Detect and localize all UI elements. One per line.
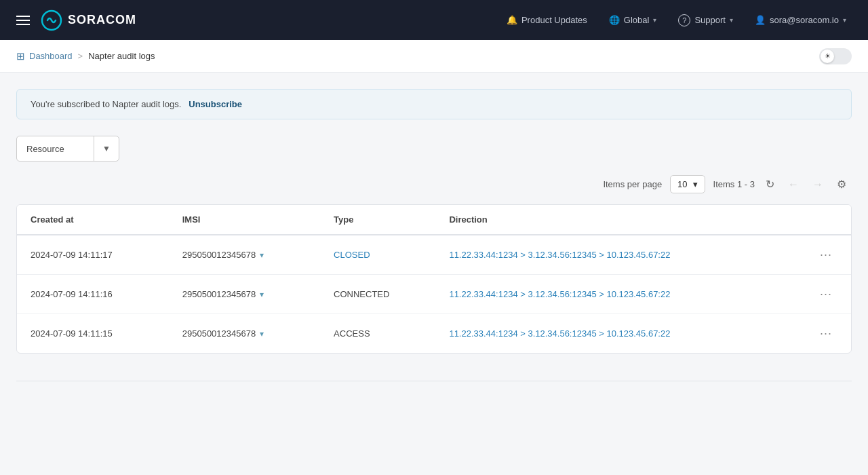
cell-direction: 11.22.33.44:1234 > 3.12.34.56:12345 > 10… xyxy=(435,235,781,275)
user-icon: 👤 xyxy=(755,15,766,25)
footer-divider xyxy=(16,381,852,381)
cell-imsi: 295050012345678 ▾ xyxy=(169,314,320,354)
cell-created-at: 2024-07-09 14:11:16 xyxy=(17,275,169,314)
user-email-label: sora@soracom.io xyxy=(770,15,839,25)
sun-icon: ☀ xyxy=(825,52,831,60)
resource-dropdown[interactable]: Resource ▼ xyxy=(16,136,119,162)
column-header-actions xyxy=(781,205,851,235)
app-header: SORACOM 🔔 Product Updates 🌐 Global ▾ ? S… xyxy=(0,0,868,40)
cell-imsi: 295050012345678 ▾ xyxy=(169,235,320,275)
breadcrumb-home-link[interactable]: ⊞ Dashboard xyxy=(16,50,73,62)
audit-log-table-container: Created at IMSI Type Direction xyxy=(16,204,852,354)
hamburger-menu-button[interactable] xyxy=(14,13,33,28)
theme-toggle-button[interactable]: ☀ xyxy=(819,48,852,64)
cell-created-at: 2024-07-09 14:11:15 xyxy=(17,314,169,354)
logo[interactable]: SORACOM xyxy=(41,10,136,31)
breadcrumb-current-page: Napter audit logs xyxy=(88,51,155,61)
imsi-filter-icon[interactable]: ▾ xyxy=(260,290,264,299)
column-header-created-at: Created at xyxy=(17,205,169,235)
product-updates-label: Product Updates xyxy=(521,15,587,25)
cell-actions: ··· xyxy=(781,314,851,354)
theme-toggle-knob: ☀ xyxy=(821,50,834,63)
cell-type: CLOSED xyxy=(320,235,435,275)
per-page-value: 10 xyxy=(677,179,687,189)
imsi-filter-icon[interactable]: ▾ xyxy=(260,329,264,339)
next-page-button[interactable]: → xyxy=(810,176,826,193)
bell-icon: 🔔 xyxy=(507,15,517,25)
breadcrumb-separator: > xyxy=(78,51,83,61)
cell-type: ACCESS xyxy=(320,314,435,354)
breadcrumb-bar: ⊞ Dashboard > Napter audit logs ☀ xyxy=(0,40,868,73)
column-header-imsi: IMSI xyxy=(169,205,320,235)
imsi-filter-icon[interactable]: ▾ xyxy=(260,250,264,260)
globe-icon: 🌐 xyxy=(609,15,620,25)
imsi-value: 295050012345678 xyxy=(182,289,256,299)
main-content: You're subscribed to Napter audit logs. … xyxy=(0,73,868,398)
support-chevron-icon: ▾ xyxy=(730,16,733,24)
cell-created-at: 2024-07-09 14:11:17 xyxy=(17,235,169,275)
global-nav-item[interactable]: 🌐 Global ▾ xyxy=(601,11,665,29)
per-page-select[interactable]: 10 ▾ xyxy=(670,175,705,193)
table-header: Created at IMSI Type Direction xyxy=(17,205,851,235)
table-header-row: Created at IMSI Type Direction xyxy=(17,205,851,235)
resource-dropdown-chevron-icon[interactable]: ▼ xyxy=(94,136,119,161)
imsi-value: 295050012345678 xyxy=(182,250,256,260)
filter-row: Resource ▼ xyxy=(16,136,852,162)
support-icon: ? xyxy=(678,14,690,26)
prev-page-button[interactable]: ← xyxy=(785,176,802,193)
subscription-message: You're subscribed to Napter audit logs. xyxy=(31,99,181,109)
table-settings-button[interactable]: ⚙ xyxy=(834,175,849,193)
user-chevron-icon: ▾ xyxy=(843,16,846,24)
pagination-row: Items per page 10 ▾ Items 1 - 3 ↻ ← → ⚙ xyxy=(16,175,852,193)
header-navigation: 🔔 Product Updates 🌐 Global ▾ ? Support ▾… xyxy=(498,10,854,31)
per-page-chevron-icon: ▾ xyxy=(693,179,698,189)
user-nav-item[interactable]: 👤 sora@soracom.io ▾ xyxy=(747,11,854,29)
subscription-banner: You're subscribed to Napter audit logs. … xyxy=(16,89,852,119)
breadcrumb-home-label: Dashboard xyxy=(29,51,73,61)
refresh-button[interactable]: ↻ xyxy=(763,175,777,193)
support-nav-item[interactable]: ? Support ▾ xyxy=(670,10,741,31)
unsubscribe-link[interactable]: Unsubscribe xyxy=(189,99,242,109)
cell-actions: ··· xyxy=(781,235,851,275)
logo-text: SORACOM xyxy=(68,13,136,27)
cell-imsi: 295050012345678 ▾ xyxy=(169,275,320,314)
cell-actions: ··· xyxy=(781,275,851,314)
cell-direction: 11.22.33.44:1234 > 3.12.34.56:12345 > 10… xyxy=(435,275,781,314)
global-label: Global xyxy=(624,15,650,25)
product-updates-nav-item[interactable]: 🔔 Product Updates xyxy=(498,11,595,29)
column-header-direction: Direction xyxy=(435,205,781,235)
resource-dropdown-label: Resource xyxy=(17,136,94,161)
table-body: 2024-07-09 14:11:17 295050012345678 ▾ CL… xyxy=(17,235,851,353)
support-label: Support xyxy=(694,15,726,25)
row-more-button[interactable]: ··· xyxy=(814,245,837,265)
column-header-type: Type xyxy=(320,205,435,235)
row-more-button[interactable]: ··· xyxy=(814,284,837,304)
cell-direction: 11.22.33.44:1234 > 3.12.34.56:12345 > 10… xyxy=(435,314,781,354)
items-range-label: Items 1 - 3 xyxy=(713,179,755,189)
cell-type: CONNECTED xyxy=(320,275,435,314)
audit-log-table: Created at IMSI Type Direction xyxy=(17,205,851,353)
table-row: 2024-07-09 14:11:15 295050012345678 ▾ AC… xyxy=(17,314,851,354)
table-row: 2024-07-09 14:11:16 295050012345678 ▾ CO… xyxy=(17,275,851,314)
global-chevron-icon: ▾ xyxy=(653,16,656,24)
breadcrumb: ⊞ Dashboard > Napter audit logs xyxy=(16,50,155,62)
imsi-value: 295050012345678 xyxy=(182,328,256,339)
row-more-button[interactable]: ··· xyxy=(814,324,837,343)
logo-icon xyxy=(41,10,62,31)
table-row: 2024-07-09 14:11:17 295050012345678 ▾ CL… xyxy=(17,235,851,275)
dashboard-grid-icon: ⊞ xyxy=(16,50,25,62)
items-per-page-label: Items per page xyxy=(603,179,662,189)
